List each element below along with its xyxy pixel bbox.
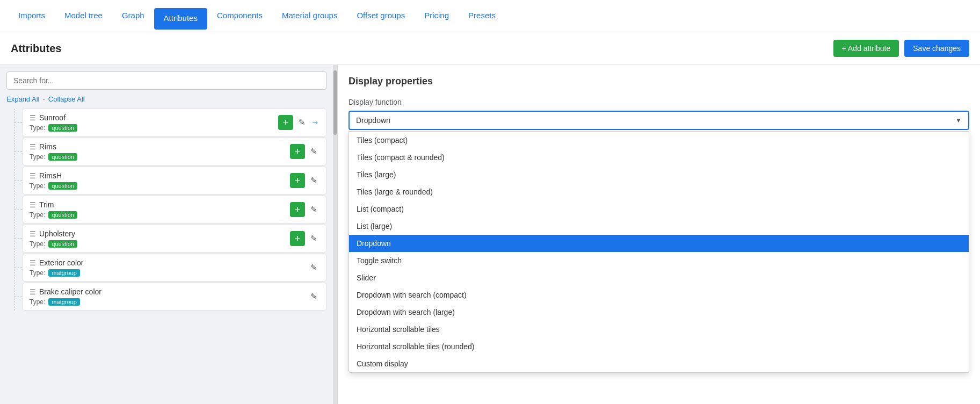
display-properties-panel: Display properties Display function Drop… xyxy=(338,65,980,404)
add-child-button[interactable]: + xyxy=(290,144,305,159)
list-item: ☰ Sunroof Type: question + ✎ → xyxy=(23,109,326,136)
option-dropdown-search-large[interactable]: Dropdown with search (large) xyxy=(349,304,969,321)
connector-line xyxy=(6,138,23,165)
display-properties-title: Display properties xyxy=(349,76,969,87)
nav-item-model-tree[interactable]: Model tree xyxy=(55,0,112,32)
add-child-button[interactable]: + xyxy=(290,173,305,188)
menu-icon: ☰ xyxy=(30,288,36,296)
dropdown-options-list: Tiles (compact) Tiles (compact & rounded… xyxy=(349,131,969,373)
attr-info: ☰ Sunroof Type: question xyxy=(30,113,77,132)
add-child-button[interactable]: + xyxy=(290,202,305,217)
attr-actions: + ✎ xyxy=(290,231,320,246)
save-changes-button[interactable]: Save changes xyxy=(904,40,969,57)
type-label: Type: xyxy=(30,182,45,190)
top-navigation: Imports Model tree Graph Attributes Comp… xyxy=(0,0,980,32)
connector-line xyxy=(6,109,23,136)
page-header: Attributes + Add attribute Save changes xyxy=(0,32,980,65)
option-list-compact[interactable]: List (compact) xyxy=(349,200,969,218)
option-list-large[interactable]: List (large) xyxy=(349,218,969,235)
expand-all-link[interactable]: Expand All xyxy=(6,95,39,103)
list-item: ☰ Upholstery Type: question + ✎ xyxy=(23,225,326,252)
edit-button[interactable]: ✎ xyxy=(308,262,320,273)
menu-icon: ☰ xyxy=(30,230,36,238)
option-tiles-compact[interactable]: Tiles (compact) xyxy=(349,132,969,149)
type-badge: question xyxy=(48,211,77,219)
connector-line xyxy=(6,225,23,252)
attr-info: ☰ Rims Type: question xyxy=(30,142,77,161)
page-title: Attributes xyxy=(11,42,61,55)
edit-button[interactable]: ✎ xyxy=(308,233,320,244)
dropdown-selected-value[interactable]: Dropdown ▼ xyxy=(349,111,969,130)
nav-item-imports[interactable]: Imports xyxy=(9,0,55,32)
option-toggle-switch[interactable]: Toggle switch xyxy=(349,252,969,269)
list-item: ☰ RimsH Type: question + ✎ xyxy=(23,167,326,194)
attr-name-rimsh: ☰ RimsH xyxy=(30,171,77,180)
type-badge: question xyxy=(48,124,77,132)
nav-item-offset-groups[interactable]: Offset groups xyxy=(347,0,415,32)
option-dropdown[interactable]: Dropdown xyxy=(349,235,969,252)
table-row: ☰ Rims Type: question + ✎ xyxy=(6,138,326,165)
nav-item-material-groups[interactable]: Material groups xyxy=(272,0,347,32)
connector-line xyxy=(6,254,23,282)
table-row: ☰ RimsH Type: question + ✎ xyxy=(6,167,326,194)
table-row: ☰ Trim Type: question + ✎ xyxy=(6,196,326,223)
option-horizontal-scrollable-rounded[interactable]: Horizontal scrollable tiles (rounded) xyxy=(349,338,969,355)
menu-icon: ☰ xyxy=(30,259,36,267)
type-label: Type: xyxy=(30,211,45,219)
type-label: Type: xyxy=(30,124,45,132)
nav-item-attributes[interactable]: Attributes xyxy=(154,8,207,30)
option-custom-display[interactable]: Custom display xyxy=(349,355,969,372)
type-label: Type: xyxy=(30,298,45,306)
edit-button[interactable]: ✎ xyxy=(308,204,320,215)
type-badge: matgroup xyxy=(48,298,79,306)
edit-button[interactable]: ✎ xyxy=(308,291,320,302)
attr-info: ☰ Upholstery Type: question xyxy=(30,229,77,248)
chevron-down-icon: ▼ xyxy=(955,117,962,124)
option-tiles-large[interactable]: Tiles (large) xyxy=(349,166,969,183)
attr-info: ☰ Exterior color Type: matgroup xyxy=(30,258,83,277)
menu-icon: ☰ xyxy=(30,172,36,180)
navigate-button[interactable]: → xyxy=(311,118,320,127)
edit-button[interactable]: ✎ xyxy=(308,146,320,157)
search-input[interactable] xyxy=(6,71,326,90)
add-child-button[interactable]: + xyxy=(290,231,305,246)
collapse-all-link[interactable]: Collapse All xyxy=(48,95,85,103)
type-badge: question xyxy=(48,240,77,248)
display-function-label: Display function xyxy=(349,98,969,106)
list-item: ☰ Brake caliper color Type: matgroup ✎ xyxy=(23,283,326,311)
nav-item-pricing[interactable]: Pricing xyxy=(415,0,459,32)
type-label: Type: xyxy=(30,153,45,161)
nav-item-graph[interactable]: Graph xyxy=(112,0,154,32)
list-item: ☰ Trim Type: question + ✎ xyxy=(23,196,326,223)
connector-line xyxy=(6,196,23,223)
option-tiles-large-rounded[interactable]: Tiles (large & rounded) xyxy=(349,183,969,200)
attr-actions: + ✎ → xyxy=(278,115,320,130)
left-scrollbar[interactable] xyxy=(333,65,337,404)
table-row: ☰ Sunroof Type: question + ✎ → xyxy=(6,109,326,136)
nav-item-presets[interactable]: Presets xyxy=(459,0,505,32)
connector-line xyxy=(6,283,23,311)
edit-button[interactable]: ✎ xyxy=(296,117,308,128)
menu-icon: ☰ xyxy=(30,201,36,209)
attr-name-upholstery: ☰ Upholstery xyxy=(30,229,77,238)
option-tiles-compact-rounded[interactable]: Tiles (compact & rounded) xyxy=(349,149,969,166)
attr-actions: ✎ xyxy=(308,291,320,302)
table-row: ☰ Upholstery Type: question + ✎ xyxy=(6,225,326,252)
attr-actions: + ✎ xyxy=(290,173,320,188)
option-horizontal-scrollable[interactable]: Horizontal scrollable tiles xyxy=(349,321,969,338)
left-panel: Expand All - Collapse All ☰ Sunroof Type… xyxy=(0,65,333,404)
add-attribute-button[interactable]: + Add attribute xyxy=(833,40,899,57)
header-actions: + Add attribute Save changes xyxy=(833,40,969,57)
add-child-button[interactable]: + xyxy=(278,115,293,130)
attr-info: ☰ Brake caliper color Type: matgroup xyxy=(30,287,101,306)
nav-item-components[interactable]: Components xyxy=(207,0,272,32)
connector-line xyxy=(6,167,23,194)
edit-button[interactable]: ✎ xyxy=(308,175,320,186)
selected-label: Dropdown xyxy=(356,116,390,125)
option-dropdown-search-compact[interactable]: Dropdown with search (compact) xyxy=(349,286,969,304)
option-slider[interactable]: Slider xyxy=(349,269,969,286)
display-function-dropdown[interactable]: Dropdown ▼ Tiles (compact) Tiles (compac… xyxy=(349,111,969,130)
type-badge: matgroup xyxy=(48,269,79,277)
type-badge: question xyxy=(48,182,77,190)
menu-icon: ☰ xyxy=(30,143,36,151)
